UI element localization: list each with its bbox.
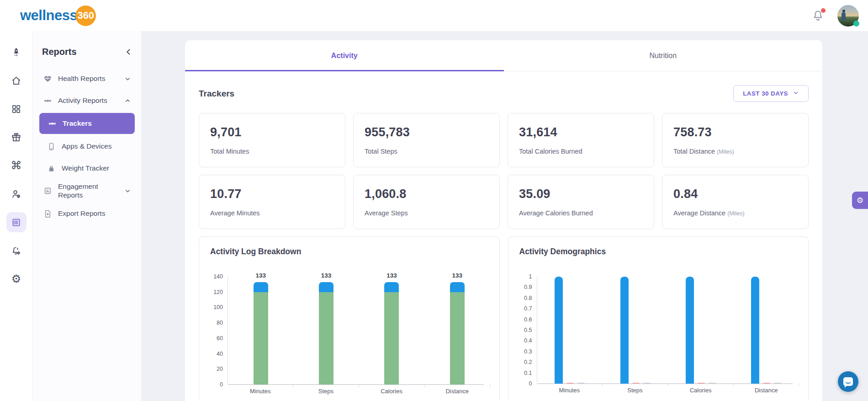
plot-area: 133133133133 bbox=[228, 277, 490, 385]
bar-column-calories[interactable]: 133 bbox=[359, 277, 424, 385]
sidebar-item-weight-tracker[interactable]: Weight Tracker bbox=[43, 159, 135, 178]
app-header: wellness 360 bbox=[0, 0, 868, 31]
y-tick-label: 0.9 bbox=[524, 284, 532, 290]
online-status-dot bbox=[853, 21, 859, 27]
rail-item-rocket[interactable] bbox=[6, 42, 26, 62]
chat-launcher-button[interactable] bbox=[838, 371, 858, 392]
report-list-icon bbox=[11, 217, 21, 228]
bar-segment-extra bbox=[319, 282, 333, 292]
tab-activity[interactable]: Activity bbox=[185, 40, 504, 71]
bar-value-label: 133 bbox=[321, 272, 332, 279]
y-tick-label: 0.8 bbox=[524, 295, 532, 301]
bar-segment-logged bbox=[254, 292, 268, 385]
avatar-figure bbox=[842, 10, 845, 12]
y-tick-label: 1 bbox=[529, 273, 532, 280]
bar-column-minutes[interactable] bbox=[537, 277, 603, 384]
y-tick-label: 140 bbox=[213, 273, 223, 280]
stat-value: 35.09 bbox=[519, 187, 643, 201]
stat-card-total-distance: 758.73Total Distance (Miles) bbox=[662, 113, 809, 167]
y-tick-label: 40 bbox=[217, 351, 223, 357]
bar-secondary bbox=[632, 383, 640, 384]
stat-value: 0.84 bbox=[673, 187, 797, 201]
rail-item-report-list[interactable] bbox=[6, 212, 26, 232]
sidebar-item-engagement-reports[interactable]: Engagement Reports bbox=[39, 181, 135, 201]
date-range-dropdown[interactable]: LAST 30 DAYS bbox=[733, 85, 809, 102]
sidebar-item-label: Health Reports bbox=[58, 75, 105, 83]
sidebar-item-label: Activity Reports bbox=[58, 96, 107, 105]
bar-column-distance[interactable] bbox=[734, 277, 799, 384]
bar-column-distance[interactable]: 133 bbox=[424, 277, 490, 385]
plot-area bbox=[537, 277, 799, 384]
x-axis-label: Minutes bbox=[537, 387, 603, 394]
tracker-icon bbox=[48, 119, 57, 128]
bar-primary bbox=[751, 277, 759, 384]
settings-flyout-tab[interactable]: ⚙ bbox=[852, 192, 868, 209]
stat-label: Average Steps bbox=[365, 209, 488, 217]
stat-card-average-distance: 0.84Average Distance (Miles) bbox=[662, 175, 809, 229]
stat-value: 955,783 bbox=[365, 125, 488, 139]
rail-item-gift[interactable] bbox=[6, 127, 26, 147]
chart-box-icon bbox=[43, 187, 52, 196]
user-gear-icon bbox=[11, 189, 21, 199]
stat-card-average-minutes: 10.77Average Minutes bbox=[199, 175, 345, 229]
sidebar-item-apps-devices[interactable]: Apps & Devices bbox=[43, 137, 135, 156]
bar-segment-logged bbox=[319, 292, 333, 385]
weight-icon bbox=[47, 164, 56, 173]
stat-value: 31,614 bbox=[519, 125, 643, 139]
x-axis-label: Distance bbox=[733, 387, 799, 394]
sidebar-item-label: Engagement Reports bbox=[58, 182, 113, 199]
sidebar-item-trackers[interactable]: Trackers bbox=[39, 113, 135, 134]
bar-column-calories[interactable] bbox=[668, 277, 733, 384]
rail-item-command[interactable]: ⌘ bbox=[6, 155, 26, 176]
bar-column-steps[interactable] bbox=[603, 277, 668, 384]
chart-activity-log-breakdown: Activity Log Breakdown020406080100120140… bbox=[199, 236, 500, 401]
bar-primary bbox=[686, 277, 694, 384]
rail-item-gear[interactable]: ⚙ bbox=[6, 269, 26, 289]
bar-column-steps[interactable]: 133 bbox=[293, 277, 359, 385]
x-axis-label: Steps bbox=[602, 387, 668, 394]
sidebar-item-activity-reports[interactable]: Activity Reports bbox=[39, 91, 135, 110]
sidebar-item-label: Apps & Devices bbox=[62, 142, 111, 151]
chart-title: Activity Demographics bbox=[518, 247, 799, 257]
bar-value-label: 133 bbox=[452, 272, 463, 279]
home-icon bbox=[11, 75, 21, 86]
stat-label: Total Minutes bbox=[210, 148, 334, 155]
tab-nutrition[interactable]: Nutrition bbox=[504, 40, 823, 71]
logo-text: wellness bbox=[20, 7, 77, 24]
y-axis: 020406080100120140 bbox=[208, 277, 228, 385]
rail-item-user-gear[interactable] bbox=[6, 184, 26, 204]
chevron-left-icon[interactable] bbox=[124, 48, 133, 56]
rail-item-home[interactable] bbox=[6, 70, 26, 91]
charts-row: Activity Log Breakdown020406080100120140… bbox=[199, 236, 809, 401]
bar-tertiary bbox=[643, 383, 651, 384]
date-range-label: LAST 30 DAYS bbox=[743, 90, 788, 97]
wellness360-logo[interactable]: wellness 360 bbox=[20, 5, 96, 26]
sidebar-item-health-reports[interactable]: Health Reports bbox=[39, 69, 135, 88]
bar-secondary bbox=[763, 383, 770, 384]
rail-item-bell-gear[interactable] bbox=[6, 241, 26, 261]
bar-tertiary bbox=[709, 383, 716, 384]
notifications-button[interactable] bbox=[812, 9, 825, 22]
bar-secondary bbox=[698, 383, 705, 384]
sidebar-title: Reports bbox=[42, 47, 77, 57]
heart-pulse-icon bbox=[43, 74, 52, 83]
gear-icon: ⚙ bbox=[11, 273, 21, 284]
stat-value: 9,701 bbox=[210, 125, 334, 139]
bar-column-minutes[interactable]: 133 bbox=[228, 277, 293, 385]
y-tick-label: 80 bbox=[217, 320, 223, 326]
gift-icon bbox=[11, 132, 21, 143]
gear-icon: ⚙ bbox=[857, 196, 863, 205]
y-tick-label: 0.5 bbox=[524, 327, 532, 333]
x-axis-label: Calories bbox=[359, 388, 424, 395]
stat-unit: (Miles) bbox=[727, 210, 745, 217]
stat-card-average-calories-burned: 35.09Average Calories Burned bbox=[508, 175, 654, 229]
y-tick-label: 20 bbox=[217, 366, 223, 372]
chevron-down-icon bbox=[124, 75, 131, 82]
stat-card-total-calories-burned: 31,614Total Calories Burned bbox=[508, 113, 654, 167]
sidebar-item-export-reports[interactable]: Export Reports bbox=[39, 204, 135, 223]
stat-unit: (Miles) bbox=[717, 149, 734, 155]
bar-segment-extra bbox=[450, 282, 465, 292]
user-avatar[interactable] bbox=[837, 5, 859, 27]
rail-item-grid[interactable] bbox=[6, 99, 26, 119]
averages-stats-row: 10.77Average Minutes 1,060.8Average Step… bbox=[199, 175, 809, 229]
